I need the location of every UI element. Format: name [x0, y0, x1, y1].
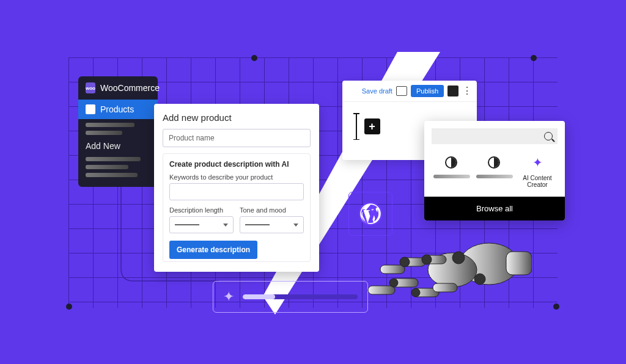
block-picker-popover: ✦ AI Content Creator Browse all	[424, 121, 565, 220]
search-icon	[544, 132, 553, 140]
tone-label: Tone and mood	[240, 206, 304, 214]
more-menu-icon[interactable]: ⋮	[462, 86, 472, 96]
sidebar-item-label: Products	[100, 104, 134, 114]
text-cursor-icon	[356, 113, 357, 140]
wordpress-icon	[358, 201, 383, 227]
sidebar-placeholder	[86, 157, 141, 161]
select-placeholder	[175, 224, 199, 225]
generate-description-button[interactable]: Generate description	[169, 241, 257, 259]
contrast-icon	[488, 156, 500, 169]
block-option-generic-2[interactable]	[476, 156, 513, 188]
progress-track	[243, 294, 358, 299]
chevron-down-icon	[293, 224, 298, 227]
product-name-input[interactable]: Product name	[163, 129, 311, 147]
sidebar-item-add-new[interactable]: Add New	[78, 139, 158, 153]
block-option-ai-content[interactable]: ✦ AI Content Creator	[519, 156, 556, 188]
keywords-input[interactable]	[169, 183, 304, 200]
decor-dot	[66, 304, 72, 310]
keywords-label: Keywords to describe your product	[169, 173, 304, 181]
wordpress-badge	[348, 192, 392, 236]
block-option-generic-1[interactable]	[433, 156, 470, 188]
browse-all-button[interactable]: Browse all	[424, 197, 565, 220]
ai-description-box: Create product description with AI Keywo…	[163, 153, 311, 262]
progress-fill	[243, 294, 275, 299]
block-label-placeholder	[476, 175, 513, 178]
length-label: Description length	[169, 206, 234, 214]
sidebar-item-products[interactable]: Products	[78, 100, 158, 119]
ai-heading: Create product description with AI	[169, 160, 304, 169]
woocommerce-sidebar: woo WooCommerce Products Add New	[78, 76, 158, 187]
preview-icon[interactable]	[396, 86, 407, 96]
description-length-select[interactable]	[169, 216, 234, 233]
editor-toolbar: Save draft Publish ⋮	[342, 81, 477, 102]
publish-button[interactable]: Publish	[411, 85, 444, 97]
select-placeholder	[245, 224, 270, 225]
add-block-button[interactable]: +	[364, 118, 380, 134]
sparkle-icon: ✦	[531, 156, 544, 170]
panel-title: Add new product	[163, 112, 311, 123]
woocommerce-logo-icon: woo	[86, 82, 95, 93]
sidebar-placeholder	[86, 173, 138, 177]
sidebar-placeholder	[86, 165, 128, 169]
decor-dot	[531, 55, 537, 61]
block-label-placeholder	[433, 175, 470, 178]
chevron-down-icon	[223, 224, 228, 227]
decor-dot	[251, 55, 257, 61]
block-search-input[interactable]	[432, 128, 558, 144]
sidebar-heading: woo WooCommerce	[78, 76, 158, 100]
sidebar-title: WooCommerce	[100, 83, 160, 93]
bag-icon	[86, 104, 95, 114]
decor-dot	[553, 304, 559, 310]
sparkle-icon: ✦	[223, 290, 234, 304]
add-product-panel: Add new product Product name Create prod…	[154, 104, 319, 272]
contrast-icon	[445, 156, 457, 169]
block-label: AI Content Creator	[519, 175, 556, 188]
save-draft-link[interactable]: Save draft	[362, 87, 392, 95]
tone-mood-select[interactable]	[240, 216, 304, 233]
sidebar-placeholder	[86, 123, 134, 127]
ai-prompt-bar[interactable]: ✦	[213, 281, 368, 313]
sidebar-placeholder	[86, 131, 122, 135]
sidebar-item-label: Add New	[86, 141, 120, 151]
view-toggle-icon[interactable]	[447, 86, 458, 96]
